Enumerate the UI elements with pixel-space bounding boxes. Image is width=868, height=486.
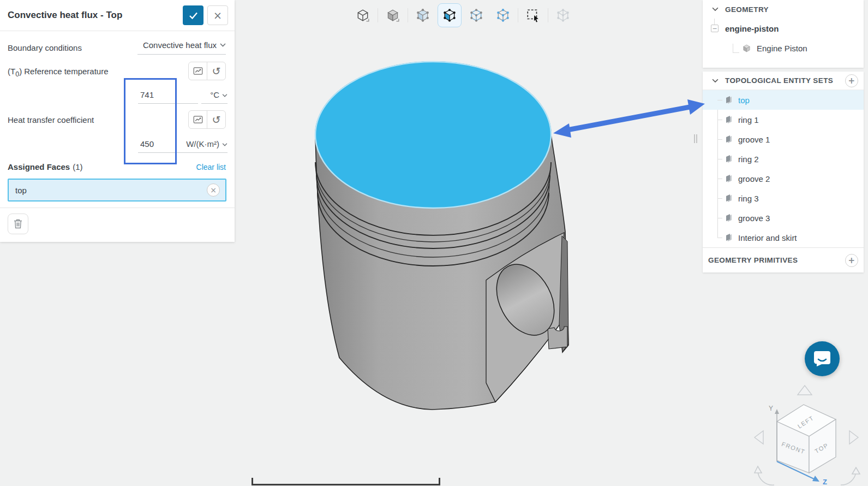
select-vertices-icon bbox=[496, 8, 510, 22]
set-label: groove 2 bbox=[738, 174, 770, 183]
panel-title: Convective heat flux - Top bbox=[8, 10, 183, 21]
select-hidden-button[interactable] bbox=[551, 3, 575, 27]
face-set-icon bbox=[725, 194, 733, 203]
select-volumes-button[interactable] bbox=[411, 3, 435, 27]
assigned-faces-label: Assigned Faces bbox=[8, 162, 70, 171]
tree-item-set-groove1[interactable]: groove 1 bbox=[703, 129, 864, 149]
axis-z-label: Z bbox=[823, 478, 827, 486]
close-button[interactable]: × bbox=[207, 5, 228, 25]
chart-icon bbox=[193, 115, 203, 124]
ref-temp-tools: ↺ bbox=[188, 62, 226, 80]
rotate-view-arrows[interactable] bbox=[755, 386, 858, 444]
piston-top-face-selected[interactable] bbox=[315, 62, 551, 208]
select-edges-icon bbox=[469, 8, 483, 22]
face-set-icon bbox=[725, 155, 733, 163]
face-set-icon bbox=[725, 115, 733, 124]
htc-input[interactable]: 450 bbox=[140, 139, 154, 149]
tree-item-engine-piston-body[interactable]: Engine Piston bbox=[703, 38, 864, 58]
solid-body-icon bbox=[742, 44, 751, 53]
select-volumes-icon bbox=[416, 8, 430, 22]
chevron-down-icon bbox=[222, 143, 228, 146]
add-entity-set-button[interactable]: + bbox=[845, 74, 858, 87]
undo-icon: ↺ bbox=[212, 66, 221, 76]
face-chip-label: top bbox=[15, 186, 207, 195]
tree-item-engine-piston[interactable]: − engine-piston bbox=[703, 19, 864, 38]
topological-entity-sets-header[interactable]: TOPOLOGICAL ENTITY SETS + bbox=[703, 72, 864, 90]
tree-item-set-groove3[interactable]: groove 3 bbox=[703, 208, 864, 228]
clear-list-link[interactable]: Clear list bbox=[196, 163, 226, 171]
box-select-icon bbox=[526, 8, 540, 22]
undo-icon: ↺ bbox=[212, 115, 221, 125]
select-edges-button[interactable] bbox=[464, 3, 488, 27]
assigned-faces-count: (1) bbox=[73, 162, 196, 171]
help-chat-button[interactable] bbox=[805, 341, 840, 376]
toolbar-separator bbox=[378, 8, 378, 22]
set-label: ring 1 bbox=[738, 115, 759, 125]
tree-item-set-interior-and-skirt[interactable]: Interior and skirt bbox=[703, 228, 864, 247]
formula-chart-button[interactable] bbox=[189, 111, 207, 128]
geometry-primitives-header[interactable]: GEOMETRY PRIMITIVES + bbox=[703, 247, 864, 272]
pin-hole bbox=[485, 254, 566, 345]
view-cube[interactable]: LEFT FRONT TOP bbox=[777, 405, 836, 473]
htc-tools: ↺ bbox=[188, 110, 226, 129]
face-set-icon bbox=[725, 96, 733, 104]
tes-header-label: TOPOLOGICAL ENTITY SETS bbox=[725, 76, 845, 85]
select-vertices-button[interactable] bbox=[491, 3, 515, 27]
ref-temp-underline bbox=[138, 103, 198, 104]
trash-icon bbox=[14, 219, 22, 229]
shaded-view-button[interactable] bbox=[381, 3, 405, 27]
ref-temp-input[interactable]: 741 bbox=[140, 90, 154, 99]
axes-triad: Y Z bbox=[769, 405, 827, 486]
geometry-header[interactable]: GEOMETRY bbox=[703, 0, 864, 19]
chart-icon bbox=[193, 67, 203, 75]
tree-item-set-groove2[interactable]: groove 2 bbox=[703, 169, 864, 188]
remove-face-button[interactable]: × bbox=[207, 183, 220, 197]
htc-unit: W/(K·m²) bbox=[186, 139, 219, 149]
delete-button[interactable] bbox=[8, 214, 28, 234]
box-select-button[interactable] bbox=[521, 3, 545, 27]
set-label: ring 3 bbox=[738, 194, 759, 203]
check-icon bbox=[189, 11, 198, 20]
boundary-conditions-label: Boundary conditions bbox=[8, 43, 82, 52]
confirm-button[interactable] bbox=[183, 5, 203, 25]
tree-item-set-top[interactable]: top bbox=[703, 90, 864, 110]
tree-item-set-ring3[interactable]: ring 3 bbox=[703, 188, 864, 208]
boundary-condition-panel: Convective heat flux - Top × Boundary co… bbox=[0, 0, 235, 242]
roll-arrows[interactable] bbox=[755, 466, 860, 485]
ref-temp-unit: °C bbox=[210, 90, 219, 99]
add-geometry-primitive-button[interactable]: + bbox=[845, 254, 858, 267]
tree-item-set-ring2[interactable]: ring 2 bbox=[703, 149, 864, 169]
set-label: groove 3 bbox=[738, 214, 770, 223]
select-hidden-icon bbox=[556, 8, 570, 22]
topological-entity-sets-section: TOPOLOGICAL ENTITY SETS + top ring 1 bbox=[703, 72, 864, 272]
rotate-up-arrow bbox=[798, 386, 812, 395]
cube-face-left-label: LEFT bbox=[797, 414, 815, 430]
geometry-section: GEOMETRY − engine-piston Engine Piston bbox=[703, 0, 864, 68]
panel-resize-handle[interactable] bbox=[694, 134, 697, 143]
ref-temp-unit-select[interactable]: °C bbox=[201, 85, 228, 104]
wireframe-view-button[interactable] bbox=[351, 3, 375, 27]
select-faces-button[interactable] bbox=[438, 3, 462, 27]
panel-header: Convective heat flux - Top × bbox=[0, 0, 235, 31]
geometry-parent-label: engine-piston bbox=[725, 24, 779, 33]
toolbar-separator bbox=[548, 8, 548, 22]
assigned-face-chip[interactable]: top × bbox=[8, 179, 226, 201]
face-set-icon bbox=[725, 174, 733, 183]
chevron-down-icon bbox=[712, 7, 719, 11]
scene-tree-panel: GEOMETRY − engine-piston Engine Piston T… bbox=[703, 0, 864, 272]
formula-chart-button[interactable] bbox=[189, 62, 207, 80]
boundary-conditions-select[interactable]: Convective heat flux bbox=[137, 40, 226, 55]
shaded-view-icon bbox=[386, 8, 400, 22]
reset-value-button[interactable]: ↺ bbox=[207, 111, 225, 128]
set-label: ring 2 bbox=[738, 155, 759, 164]
geometry-header-label: GEOMETRY bbox=[725, 5, 858, 14]
toolbar-separator bbox=[408, 8, 408, 22]
reset-value-button[interactable]: ↺ bbox=[207, 62, 225, 80]
htc-unit-select[interactable]: W/(K·m²) bbox=[179, 134, 228, 153]
collapse-icon[interactable]: − bbox=[711, 25, 719, 32]
axis-y-label: Y bbox=[769, 405, 773, 412]
piston-model[interactable] bbox=[315, 62, 568, 410]
select-faces-icon bbox=[442, 8, 457, 22]
tree-item-set-ring1[interactable]: ring 1 bbox=[703, 110, 864, 129]
assigned-faces-row: Assigned Faces (1) Clear list bbox=[8, 162, 226, 171]
